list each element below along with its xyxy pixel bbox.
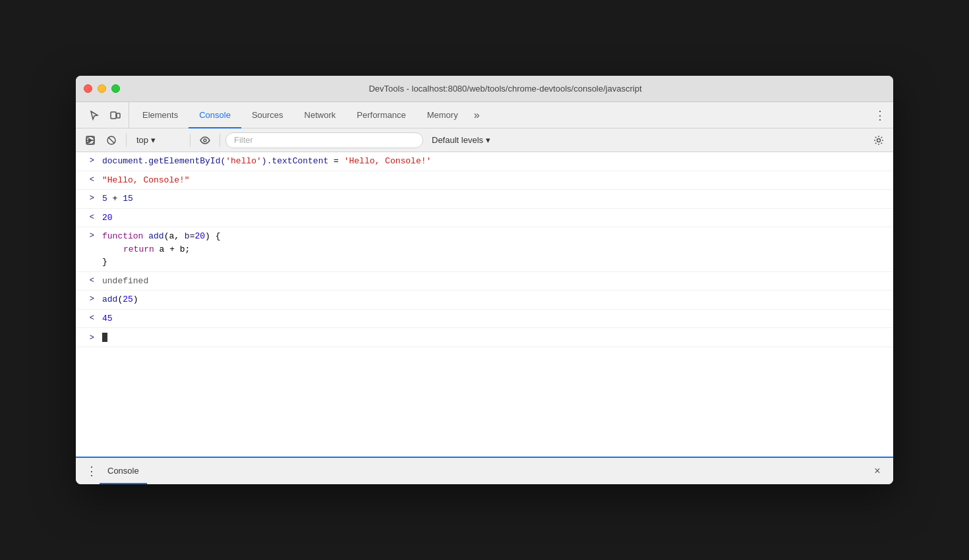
- tab-bar-end: ⋮: [867, 102, 893, 128]
- entry-arrow: <: [76, 210, 100, 223]
- console-entry: >function add(a, b=20) {return a + b;}: [76, 227, 893, 272]
- entry-arrow: >: [76, 154, 100, 167]
- cursor-icon[interactable]: [86, 107, 102, 123]
- tab-bar: Elements Console Sources Network Perform…: [76, 102, 893, 128]
- entry-content: "Hello, Console!": [100, 173, 893, 188]
- input-arrow: >: [76, 331, 100, 344]
- toolbar-separator-3: [220, 134, 220, 147]
- devtools-window: DevTools - localhost:8080/web/tools/chro…: [76, 76, 893, 484]
- maximize-button[interactable]: [111, 84, 120, 93]
- console-entry: >5 + 15: [76, 190, 893, 209]
- svg-rect-0: [111, 112, 116, 119]
- entry-content: undefined: [100, 273, 893, 289]
- entry-content: 5 + 15: [100, 191, 893, 207]
- svg-line-8: [109, 137, 115, 143]
- input-cursor: [102, 333, 107, 342]
- console-entry: >document.getElementById('hello').textCo…: [76, 152, 893, 171]
- tab-console[interactable]: Console: [189, 103, 241, 128]
- entry-arrow: >: [76, 191, 100, 204]
- toolbar-separator-2: [190, 134, 191, 147]
- tab-elements[interactable]: Elements: [132, 103, 189, 128]
- drawer-menu-button[interactable]: ⋮: [84, 463, 100, 479]
- svg-marker-6: [88, 138, 93, 143]
- entry-arrow: <: [76, 173, 100, 186]
- svg-point-9: [204, 139, 206, 142]
- svg-point-10: [877, 138, 881, 142]
- clear-console-button[interactable]: [81, 131, 100, 150]
- tab-performance[interactable]: Performance: [346, 103, 416, 128]
- bottom-drawer: ⋮ Console ×: [76, 457, 893, 484]
- svg-rect-1: [117, 113, 120, 118]
- entry-arrow: >: [76, 292, 100, 305]
- default-levels-dropdown[interactable]: Default levels ▾: [426, 133, 496, 147]
- entry-arrow: <: [76, 311, 100, 324]
- toolbar-separator-1: [126, 134, 127, 147]
- eye-icon[interactable]: [196, 131, 214, 150]
- drawer-close-button[interactable]: ×: [869, 463, 885, 479]
- entry-arrow: >: [76, 229, 100, 242]
- console-entry: <45: [76, 310, 893, 329]
- console-entry: <20: [76, 209, 893, 228]
- minimize-button[interactable]: [98, 84, 106, 93]
- console-entry: <"Hello, Console!": [76, 171, 893, 190]
- close-button[interactable]: [84, 84, 92, 93]
- console-output[interactable]: >document.getElementById('hello').textCo…: [76, 152, 893, 457]
- settings-area: [869, 131, 888, 150]
- entry-content: 45: [100, 311, 893, 327]
- drawer-console-tab[interactable]: Console: [100, 458, 147, 484]
- tab-sources[interactable]: Sources: [241, 103, 294, 128]
- entry-content: function add(a, b=20) {return a + b;}: [100, 229, 893, 270]
- tab-memory[interactable]: Memory: [417, 103, 469, 128]
- console-input-line[interactable]: >: [76, 328, 893, 347]
- context-selector[interactable]: top ▾: [132, 133, 185, 147]
- window-title: DevTools - localhost:8080/web/tools/chro…: [125, 84, 885, 94]
- filter-input[interactable]: [225, 132, 423, 148]
- settings-button[interactable]: [869, 131, 888, 150]
- more-tabs-button[interactable]: »: [469, 102, 485, 128]
- tab-network[interactable]: Network: [294, 103, 347, 128]
- entry-content: 20: [100, 210, 893, 226]
- console-entry: <undefined: [76, 272, 893, 291]
- devtools-menu-button[interactable]: ⋮: [872, 107, 888, 123]
- device-toggle-icon[interactable]: [107, 107, 123, 123]
- input-content[interactable]: [100, 329, 893, 345]
- title-bar: DevTools - localhost:8080/web/tools/chro…: [76, 76, 893, 102]
- block-icon[interactable]: [102, 131, 121, 150]
- console-entry: >add(25): [76, 291, 893, 310]
- entry-content: add(25): [100, 292, 893, 308]
- tab-bar-icons: [81, 102, 129, 128]
- entry-content: document.getElementById('hello').textCon…: [100, 154, 893, 169]
- entry-arrow: <: [76, 273, 100, 287]
- console-toolbar: top ▾ Default levels ▾: [76, 128, 893, 152]
